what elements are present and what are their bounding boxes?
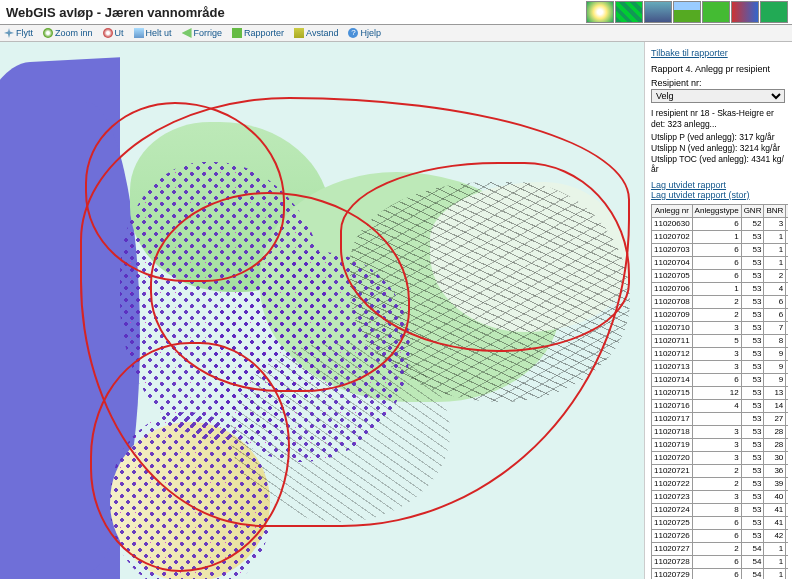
table-cell: 11020723	[652, 490, 693, 503]
table-cell: 3	[692, 321, 741, 334]
table-cell: 1.5	[786, 321, 788, 334]
tool-previous[interactable]: Forrige	[182, 28, 223, 38]
tool-full-extent[interactable]: Helt ut	[134, 28, 172, 38]
table-cell: 53	[741, 373, 764, 386]
map-canvas[interactable]	[0, 42, 644, 579]
table-row[interactable]: 1102071335391.5	[652, 360, 789, 373]
table-cell: 11020716	[652, 399, 693, 412]
tool-zoom-out[interactable]: Ut	[103, 28, 124, 38]
theme-thumb-7[interactable]	[760, 1, 788, 23]
table-cell: 0.4	[786, 568, 788, 579]
tool-distance[interactable]: Avstand	[294, 28, 338, 38]
col-header[interactable]: GNR	[741, 204, 764, 217]
table-cell: 53	[741, 269, 764, 282]
table-cell: 11020630	[652, 217, 693, 230]
table-row[interactable]: 1102071155381.2	[652, 334, 789, 347]
table-cell: 6	[692, 555, 741, 568]
table-cell: 0.4	[786, 516, 788, 529]
previous-icon	[182, 28, 192, 38]
table-cell: 53	[741, 256, 764, 269]
col-header[interactable]: P utslipp	[786, 204, 788, 217]
table-row[interactable]: 1102070215311.6	[652, 230, 789, 243]
theme-thumb-2[interactable]	[615, 1, 643, 23]
table-row[interactable]: 11020724853411.6	[652, 503, 789, 516]
theme-thumb-3[interactable]	[644, 1, 672, 23]
table-row[interactable]: 11020719353281.5	[652, 438, 789, 451]
table-cell: 0.4	[786, 399, 788, 412]
table-cell: 1.5	[786, 425, 788, 438]
extended-report-large-link[interactable]: Lag utvidet rapport (stor)	[651, 190, 788, 200]
table-row[interactable]: 1102070465310.4	[652, 256, 789, 269]
table-cell: 0.8	[786, 555, 788, 568]
table-cell: 2	[692, 477, 741, 490]
table-row[interactable]: 1102071465390.4	[652, 373, 789, 386]
table-cell: 53	[741, 464, 764, 477]
table-cell: 11020722	[652, 477, 693, 490]
table-row[interactable]: 1102070615341.6	[652, 282, 789, 295]
table-cell: 53	[741, 425, 764, 438]
table-cell: 3	[692, 425, 741, 438]
table-row[interactable]: 1102071235391.5	[652, 347, 789, 360]
col-header[interactable]: Anlegg nr	[652, 204, 693, 217]
theme-thumb-1[interactable]	[586, 1, 614, 23]
col-header[interactable]: BNR	[764, 204, 786, 217]
table-cell: 9	[764, 373, 786, 386]
table-cell: 1.2	[786, 334, 788, 347]
tool-zoom-in[interactable]: Zoom inn	[43, 28, 93, 38]
p-line: Utslipp P (ved anlegg): 317 kg/år	[651, 132, 788, 143]
table-row[interactable]: 11020720353301.5	[652, 451, 789, 464]
recipient-select[interactable]: Velg	[651, 89, 785, 103]
table-row[interactable]: 1102070925361.5	[652, 308, 789, 321]
table-row[interactable]: 11020726653420.4	[652, 529, 789, 542]
table-cell: 1	[692, 230, 741, 243]
report-panel: Tilbake til rapporter Rapport 4. Anlegg …	[644, 42, 792, 579]
table-row[interactable]: 110207151253130.1	[652, 386, 789, 399]
back-to-reports-link[interactable]: Tilbake til rapporter	[651, 48, 788, 58]
col-header[interactable]: Anleggstype	[692, 204, 741, 217]
table-row[interactable]: 11020725653410.4	[652, 516, 789, 529]
table-cell: 6	[692, 256, 741, 269]
table-row[interactable]: 11020723353401.5	[652, 490, 789, 503]
table-cell: 1.5	[786, 477, 788, 490]
help-icon: ?	[348, 28, 358, 38]
table-cell: 11020715	[652, 386, 693, 399]
table-row[interactable]: 1102063065230.4	[652, 217, 789, 230]
theme-thumb-5[interactable]	[702, 1, 730, 23]
table-row[interactable]: 11020718353281.5	[652, 425, 789, 438]
table-cell: 53	[741, 529, 764, 542]
table-row[interactable]: 1102070365310.4	[652, 243, 789, 256]
table-cell: 3	[692, 438, 741, 451]
zoom-out-icon	[103, 28, 113, 38]
table-row[interactable]: 11020722253391.5	[652, 477, 789, 490]
extended-report-link[interactable]: Lag utvidet rapport	[651, 180, 788, 190]
toolbar: Flytt Zoom inn Ut Helt ut Forrige Rappor…	[0, 25, 792, 42]
table-cell: 11020710	[652, 321, 693, 334]
full-extent-icon	[134, 28, 144, 38]
table-cell: 6	[692, 217, 741, 230]
table-row[interactable]: 1102071753270	[652, 412, 789, 425]
tool-move[interactable]: Flytt	[4, 28, 33, 38]
table-row[interactable]: 1102072865410.8	[652, 555, 789, 568]
table-cell: 3	[692, 451, 741, 464]
theme-thumb-4[interactable]	[673, 1, 701, 23]
table-cell: 53	[741, 399, 764, 412]
table-cell: 53	[741, 516, 764, 529]
table-cell: 11020719	[652, 438, 693, 451]
table-row[interactable]: 11020716453140.4	[652, 399, 789, 412]
table-row[interactable]: 1102071035371.5	[652, 321, 789, 334]
table-row[interactable]: 1102070565320.4	[652, 269, 789, 282]
tool-help[interactable]: ?Hjelp	[348, 28, 381, 38]
main: Tilbake til rapporter Rapport 4. Anlegg …	[0, 42, 792, 579]
table-row[interactable]: 1102072965410.4	[652, 568, 789, 579]
table-row[interactable]: 1102070825361.5	[652, 295, 789, 308]
table-cell: 3	[692, 490, 741, 503]
theme-thumb-6[interactable]	[731, 1, 759, 23]
table-cell: 53	[741, 490, 764, 503]
table-row[interactable]: 11020721253361.5	[652, 464, 789, 477]
table-cell: 11020712	[652, 347, 693, 360]
table-cell: 1.5	[786, 438, 788, 451]
table-cell: 42	[764, 529, 786, 542]
tool-reports[interactable]: Rapporter	[232, 28, 284, 38]
table-row[interactable]: 1102072725411.5	[652, 542, 789, 555]
move-icon	[4, 28, 14, 38]
